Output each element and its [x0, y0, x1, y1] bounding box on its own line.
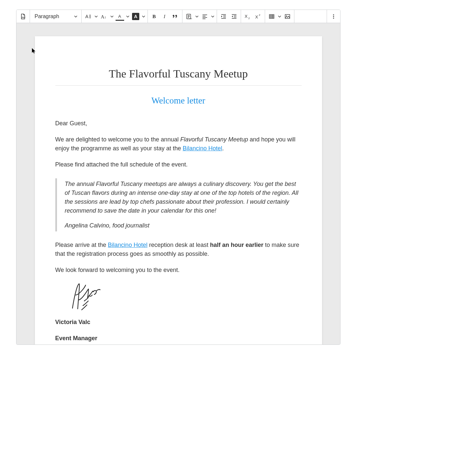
- hotel-link[interactable]: Bilancino Hotel: [108, 242, 148, 248]
- insert-template-dropdown[interactable]: [194, 11, 200, 22]
- quote-text[interactable]: The annual Flavorful Tuscany meetups are…: [65, 180, 302, 215]
- bg-color-dropdown[interactable]: [141, 11, 146, 22]
- superscript-button[interactable]: X 2: [253, 11, 263, 22]
- text-span: reception desk at least: [148, 242, 210, 248]
- horizontal-rule: [55, 85, 302, 86]
- subscript-button[interactable]: X 2: [242, 11, 253, 22]
- text-span: Please arrive at the: [55, 242, 108, 248]
- svg-text:B: B: [152, 14, 156, 19]
- text-span: .: [222, 145, 224, 152]
- svg-text:I: I: [105, 16, 106, 19]
- svg-text:X: X: [255, 15, 258, 19]
- svg-rect-13: [269, 15, 274, 18]
- paragraph-4[interactable]: We look forward to welcoming you to the …: [55, 266, 302, 275]
- svg-text:A: A: [85, 14, 89, 19]
- italic-span: Flavorful Tuscany Meetup: [180, 136, 248, 143]
- indent-decrease-button[interactable]: [229, 11, 239, 22]
- document-page[interactable]: The Flavorful Tuscany Meetup Welcome let…: [35, 36, 322, 344]
- insert-table-button[interactable]: [266, 11, 277, 22]
- svg-point-16: [333, 14, 334, 15]
- font-family-button[interactable]: A I: [99, 11, 109, 22]
- font-size-dropdown[interactable]: [94, 11, 99, 22]
- hotel-link[interactable]: Bilancino Hotel: [183, 145, 222, 152]
- more-options-button[interactable]: [328, 11, 339, 22]
- svg-point-15: [286, 15, 287, 16]
- toolbar: PDF Paragraph A: [16, 10, 340, 23]
- chevron-down-icon: [74, 15, 77, 18]
- font-color-button[interactable]: A: [115, 11, 125, 22]
- italic-button[interactable]: I: [160, 11, 170, 22]
- svg-text:A: A: [101, 14, 104, 19]
- quote-author[interactable]: Angelina Calvino, food journalist: [65, 221, 302, 230]
- signatory-role[interactable]: Event Manager: [55, 334, 302, 343]
- heading-select-label: Paragraph: [35, 14, 59, 19]
- svg-rect-14: [285, 15, 290, 18]
- blockquote-button[interactable]: [170, 11, 181, 22]
- insert-table-dropdown[interactable]: [277, 11, 282, 22]
- heading-select[interactable]: Paragraph: [31, 11, 80, 22]
- paragraph-1[interactable]: We are delighted to welcome you to the a…: [55, 135, 302, 153]
- insert-image-button[interactable]: [282, 11, 293, 22]
- signature-image[interactable]: [68, 282, 302, 314]
- alignment-button[interactable]: [200, 11, 210, 22]
- text-span: We are delighted to welcome you to the a…: [55, 136, 180, 143]
- toolbar-spacer: [294, 10, 327, 23]
- indent-increase-button[interactable]: [218, 11, 229, 22]
- export-pdf-button[interactable]: PDF: [18, 11, 28, 22]
- svg-point-17: [333, 16, 334, 17]
- svg-text:A: A: [118, 14, 121, 19]
- greeting-paragraph[interactable]: Dear Guest,: [55, 119, 302, 128]
- svg-text:<>: <>: [189, 17, 192, 20]
- editor-frame: PDF Paragraph A: [16, 10, 340, 345]
- alignment-dropdown[interactable]: [210, 11, 215, 22]
- svg-text:I: I: [163, 14, 166, 19]
- paragraph-2[interactable]: Please find attached the full schedule o…: [55, 160, 302, 169]
- svg-text:PDF: PDF: [22, 16, 26, 18]
- font-family-dropdown[interactable]: [109, 11, 115, 22]
- paragraph-3[interactable]: Please arrive at the Bilancino Hotel rec…: [55, 241, 302, 258]
- insert-template-button[interactable]: <>: [184, 11, 194, 22]
- page-title[interactable]: The Flavorful Tuscany Meetup: [55, 68, 302, 80]
- bold-span: half an hour earlier: [210, 242, 263, 248]
- svg-text:2: 2: [248, 17, 250, 20]
- signatory-name[interactable]: Victoria Valc: [55, 318, 302, 327]
- bg-color-button[interactable]: A: [130, 11, 141, 22]
- bold-button[interactable]: B: [149, 11, 160, 22]
- document-body[interactable]: Dear Guest, We are delighted to welcome …: [55, 119, 302, 343]
- svg-text:X: X: [245, 14, 248, 19]
- svg-text:2: 2: [259, 14, 260, 16]
- editor-canvas[interactable]: The Flavorful Tuscany Meetup Welcome let…: [16, 23, 340, 344]
- blockquote[interactable]: The annual Flavorful Tuscany meetups are…: [55, 178, 302, 231]
- font-color-dropdown[interactable]: [125, 11, 130, 22]
- page-subtitle[interactable]: Welcome letter: [55, 96, 302, 106]
- svg-point-18: [333, 17, 334, 18]
- font-size-button[interactable]: A: [83, 11, 94, 22]
